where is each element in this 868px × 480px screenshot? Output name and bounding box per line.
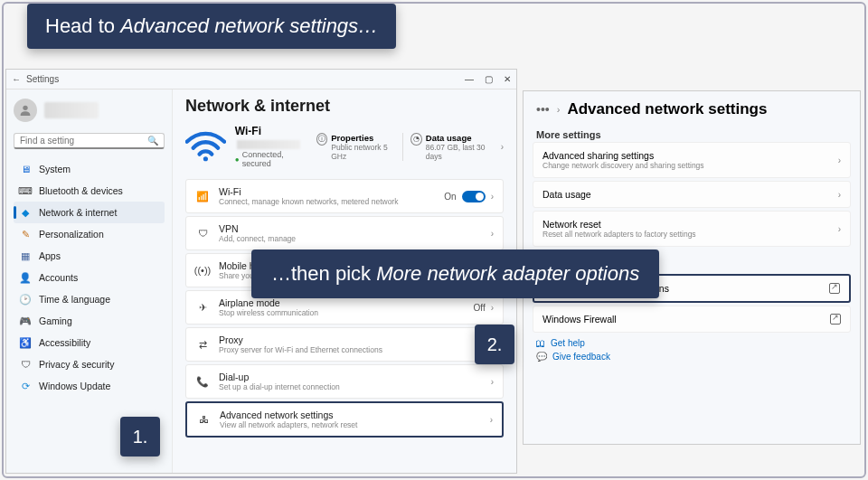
nav-label: Accessibility (39, 337, 90, 348)
row-title: Network reset (542, 219, 838, 230)
close-icon[interactable]: ✕ (504, 74, 511, 84)
breadcrumb-overflow-icon[interactable]: ••• (536, 102, 550, 117)
wifi-label: Wi-Fi (235, 125, 261, 137)
sidebar-item-system[interactable]: 🖥System (14, 158, 165, 180)
chevron-right-icon: › (491, 192, 494, 202)
search-input[interactable]: 🔍 (14, 133, 165, 149)
sidebar-item-windows-update[interactable]: ⟳Windows Update (14, 375, 165, 397)
nav-label: Windows Update (39, 381, 110, 391)
sidebar-item-apps[interactable]: ▦Apps (14, 245, 165, 267)
sidebar-item-gaming[interactable]: 🎮Gaming (14, 310, 165, 332)
chart-icon: ◔ (410, 133, 421, 146)
help-icon: 🕮 (536, 338, 545, 348)
sidebar-item-time-language[interactable]: 🕑Time & language (14, 288, 165, 310)
dialup-icon: 📞 (195, 374, 210, 389)
row-title: Windows Firewall (542, 314, 830, 325)
section-more-settings: More settings (524, 124, 860, 142)
callout1-text-em: Advanced network settings… (120, 14, 378, 37)
row-network-reset[interactable]: Network resetReset all network adapters … (533, 211, 851, 247)
nav-label: Bluetooth & devices (39, 185, 123, 196)
get-help-label: Get help (551, 338, 585, 348)
adv-icon: 🖧 (196, 412, 211, 427)
row-title: Wi-Fi (219, 186, 435, 197)
window-title: Settings (26, 74, 59, 84)
nav-label: Accounts (39, 272, 78, 283)
nav-label: Time & language (39, 294, 110, 305)
properties-sub: Public network 5 GHz (331, 143, 395, 161)
nav-label: Gaming (39, 315, 72, 326)
row-advanced-sharing-settings[interactable]: Advanced sharing settingsChange network … (533, 142, 851, 178)
row-subtitle: Proxy server for Wi-Fi and Ethernet conn… (219, 345, 482, 354)
page-title: Network & internet (185, 97, 504, 116)
row-subtitle: Reset all network adapters to factory se… (542, 230, 838, 239)
nav-label: Personalization (39, 229, 104, 240)
maximize-icon[interactable]: ▢ (485, 74, 493, 84)
hotspot-icon: ((•)) (195, 263, 210, 278)
callout1-text-pre: Head to (45, 14, 120, 37)
datausage-label: Data usage (426, 133, 494, 143)
data-usage-button[interactable]: ◔ Data usage86.07 GB, last 30 days (402, 133, 493, 161)
row-title: Airplane mode (219, 297, 465, 308)
sidebar-item-accounts[interactable]: 👤Accounts (14, 267, 165, 288)
toggle-switch[interactable] (462, 191, 486, 202)
datausage-sub: 86.07 GB, last 30 days (426, 143, 494, 161)
external-link-icon (829, 283, 840, 294)
chevron-right-icon: › (838, 155, 841, 165)
sidebar-item-personalization[interactable]: ✎Personalization (14, 223, 165, 245)
row-subtitle: View all network adapters, network reset (220, 420, 481, 429)
chevron-right-icon: › (838, 190, 841, 200)
status-dot-icon: ● (235, 155, 240, 164)
minimize-icon[interactable]: — (465, 74, 474, 84)
give-feedback-label: Give feedback (552, 352, 610, 362)
row-dial-up[interactable]: 📞 Dial-upSet up a dial-up internet conne… (185, 364, 504, 399)
sidebar: 🔍 🖥System⌨Bluetooth & devices◆Network & … (6, 89, 173, 473)
get-help-link[interactable]: 🕮Get help (536, 338, 847, 348)
row-title: VPN (219, 223, 482, 234)
row-subtitle: Add, connect, manage (219, 234, 482, 243)
nav-label: System (39, 164, 71, 174)
breadcrumb-current: Advanced network settings (567, 100, 767, 118)
chevron-right-icon: › (491, 377, 494, 387)
properties-button[interactable]: ⓘ PropertiesPublic network 5 GHz (309, 133, 396, 161)
search-field[interactable] (20, 136, 147, 146)
chevron-right-icon: › (491, 229, 494, 239)
row-wi-fi[interactable]: 📶 Wi-FiConnect, manage known networks, m… (185, 179, 504, 213)
row-subtitle: Stop wireless communication (219, 308, 465, 317)
profile-block[interactable] (14, 97, 165, 124)
chevron-right-icon: › (557, 104, 561, 115)
sidebar-item-privacy-security[interactable]: 🛡Privacy & security (14, 353, 165, 375)
row-windows-firewall[interactable]: Windows Firewall (533, 306, 851, 333)
back-icon[interactable]: ← (12, 74, 21, 84)
chevron-right-icon: › (838, 224, 841, 234)
nav-icon: ♿ (19, 336, 32, 349)
airplane-icon: ✈ (195, 300, 210, 315)
row-title: Data usage (542, 189, 838, 200)
sidebar-item-network-internet[interactable]: ◆Network & internet (14, 202, 165, 223)
row-title: Proxy (219, 334, 482, 345)
row-data-usage[interactable]: Data usage› (533, 181, 851, 208)
nav-icon: 🕑 (19, 293, 32, 306)
row-subtitle: Connect, manage known networks, metered … (219, 197, 435, 206)
titlebar: ← Settings — ▢ ✕ (6, 70, 516, 89)
wifi-icon (185, 129, 226, 164)
row-vpn[interactable]: 🛡 VPNAdd, connect, manage › (185, 216, 504, 250)
wifi-hero: Wi-Fi ●Connected, secured ⓘ PropertiesPu… (185, 125, 504, 168)
callout-step2: …then pick More network adapter options (251, 249, 659, 298)
callout2-text-pre: …then pick (271, 262, 376, 285)
info-icon: ⓘ (316, 133, 327, 146)
nav-icon: ▦ (19, 249, 32, 262)
sidebar-item-accessibility[interactable]: ♿Accessibility (14, 332, 165, 353)
sidebar-item-bluetooth-devices[interactable]: ⌨Bluetooth & devices (14, 180, 165, 202)
give-feedback-link[interactable]: 💬Give feedback (536, 352, 847, 362)
svg-point-0 (23, 106, 27, 110)
chevron-right-icon[interactable]: › (501, 142, 504, 152)
settings-rows: 📶 Wi-FiConnect, manage known networks, m… (185, 179, 504, 438)
row-proxy[interactable]: ⇄ ProxyProxy server for Wi-Fi and Ethern… (185, 327, 504, 362)
nav-icon: 🎮 (19, 315, 32, 327)
callout2-text-em: More network adapter options (376, 262, 639, 285)
feedback-icon: 💬 (536, 352, 547, 362)
row-advanced-network-settings[interactable]: 🖧 Advanced network settingsView all netw… (185, 401, 504, 438)
step-badge-1: 1. (120, 417, 160, 456)
search-icon: 🔍 (147, 136, 158, 146)
breadcrumb: ••• › Advanced network settings (524, 91, 860, 124)
